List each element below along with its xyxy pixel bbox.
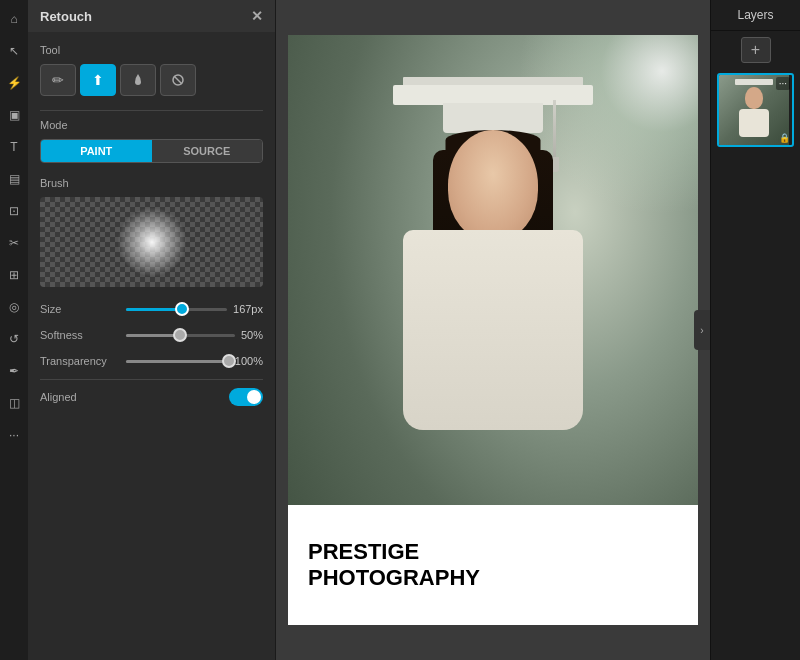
transparency-slider-row: Transparency 100% xyxy=(40,353,263,369)
size-thumb[interactable] xyxy=(175,302,189,316)
tool-row: ✏ ⬆ xyxy=(40,64,263,96)
lightning-icon[interactable]: ⚡ xyxy=(3,72,25,94)
transparency-slider[interactable] xyxy=(126,353,229,369)
text-icon[interactable]: T xyxy=(3,136,25,158)
clone-tool-button[interactable]: ⬆ xyxy=(80,64,116,96)
size-label: Size xyxy=(40,303,120,315)
transparency-thumb[interactable] xyxy=(222,354,236,368)
mini-face xyxy=(745,87,763,109)
layers-title: Layers xyxy=(711,0,800,31)
tool-label: Tool xyxy=(40,44,263,56)
tassel-string xyxy=(553,100,556,160)
paint-mode-button[interactable]: PAINT xyxy=(41,140,152,162)
size-fill xyxy=(126,308,182,311)
more-icon[interactable]: ··· xyxy=(3,424,25,446)
brush-glow xyxy=(117,207,187,277)
layer-person-mini xyxy=(734,79,774,139)
size-slider[interactable] xyxy=(126,301,227,317)
layer-menu-button[interactable]: ··· xyxy=(776,77,790,90)
source-mode-button[interactable]: SOURCE xyxy=(152,140,263,162)
divider-1 xyxy=(40,110,263,111)
refresh-icon[interactable]: ↺ xyxy=(3,328,25,350)
erase-icon xyxy=(171,73,185,87)
close-button[interactable]: ✕ xyxy=(251,8,263,24)
caption-line2: PHOTOGRAPHY xyxy=(308,565,678,591)
pen-icon[interactable]: ✒ xyxy=(3,360,25,382)
transparency-track xyxy=(126,360,229,363)
panel-title: Retouch xyxy=(40,9,92,24)
softness-label: Softness xyxy=(40,329,120,341)
layer-thumbnail[interactable]: ··· 🔒 xyxy=(717,73,794,147)
photo-content: PRESTIGE PHOTOGRAPHY xyxy=(288,35,698,625)
retouch-panel: Retouch ✕ Tool ✏ ⬆ Mode PAINT xyxy=(28,0,276,660)
photo-caption: PRESTIGE PHOTOGRAPHY xyxy=(288,505,698,625)
softness-value: 50% xyxy=(241,329,263,341)
panel-body: Tool ✏ ⬆ Mode PAINT SOURCE Brush xyxy=(28,32,275,660)
pencil-tool-button[interactable]: ✏ xyxy=(40,64,76,96)
transparency-fill xyxy=(126,360,229,363)
brush-preview xyxy=(40,197,263,287)
mini-body xyxy=(739,109,769,137)
layer-lock-icon: 🔒 xyxy=(779,133,790,143)
scissors-icon[interactable]: ✂ xyxy=(3,232,25,254)
softness-thumb[interactable] xyxy=(173,328,187,342)
softness-slider-row: Softness 50% xyxy=(40,327,263,343)
drop-tool-button[interactable] xyxy=(120,64,156,96)
cap-board xyxy=(393,85,593,105)
eraser-icon[interactable]: ◫ xyxy=(3,392,25,414)
size-value: 167px xyxy=(233,303,263,315)
svg-line-1 xyxy=(174,76,182,84)
crop-icon[interactable]: ⊡ xyxy=(3,200,25,222)
photo-frame[interactable]: PRESTIGE PHOTOGRAPHY xyxy=(288,35,698,625)
circle-icon[interactable]: ◎ xyxy=(3,296,25,318)
canvas-container[interactable]: PRESTIGE PHOTOGRAPHY xyxy=(276,0,710,660)
adjust-icon[interactable]: ⊞ xyxy=(3,264,25,286)
left-toolbar: ⌂ ↖ ⚡ ▣ T ▤ ⊡ ✂ ⊞ ◎ ↺ ✒ ◫ ··· xyxy=(0,0,28,660)
erase-tool-button[interactable] xyxy=(160,64,196,96)
layers-panel: Layers + ··· 🔒 xyxy=(710,0,800,660)
face xyxy=(448,130,538,240)
panel-header: Retouch ✕ xyxy=(28,0,275,32)
mini-cap xyxy=(735,79,773,85)
softness-fill xyxy=(126,334,180,337)
toggle-knob xyxy=(247,390,261,404)
transparency-value: 100% xyxy=(235,355,263,367)
transparency-label: Transparency xyxy=(40,355,120,367)
aligned-row: Aligned xyxy=(40,388,263,406)
divider-2 xyxy=(40,379,263,380)
mode-row: PAINT SOURCE xyxy=(40,139,263,163)
caption-line1: PRESTIGE xyxy=(308,539,678,565)
aligned-label: Aligned xyxy=(40,391,229,403)
layers-icon[interactable]: ▣ xyxy=(3,104,25,126)
cap-base xyxy=(443,103,543,133)
brush-label: Brush xyxy=(40,177,263,189)
size-slider-row: Size 167px xyxy=(40,301,263,317)
select-icon[interactable]: ↖ xyxy=(3,40,25,62)
home-icon[interactable]: ⌂ xyxy=(3,8,25,30)
main-canvas-area: PRESTIGE PHOTOGRAPHY xyxy=(276,0,710,660)
aligned-toggle[interactable] xyxy=(229,388,263,406)
drop-icon xyxy=(131,73,145,87)
expand-layers-button[interactable]: › xyxy=(694,310,710,350)
mode-label: Mode xyxy=(40,119,263,131)
softness-slider[interactable] xyxy=(126,327,235,343)
person-silhouette xyxy=(353,85,633,505)
add-layer-button[interactable]: + xyxy=(741,37,771,63)
gradient-icon[interactable]: ▤ xyxy=(3,168,25,190)
graduation-gown xyxy=(403,230,583,430)
